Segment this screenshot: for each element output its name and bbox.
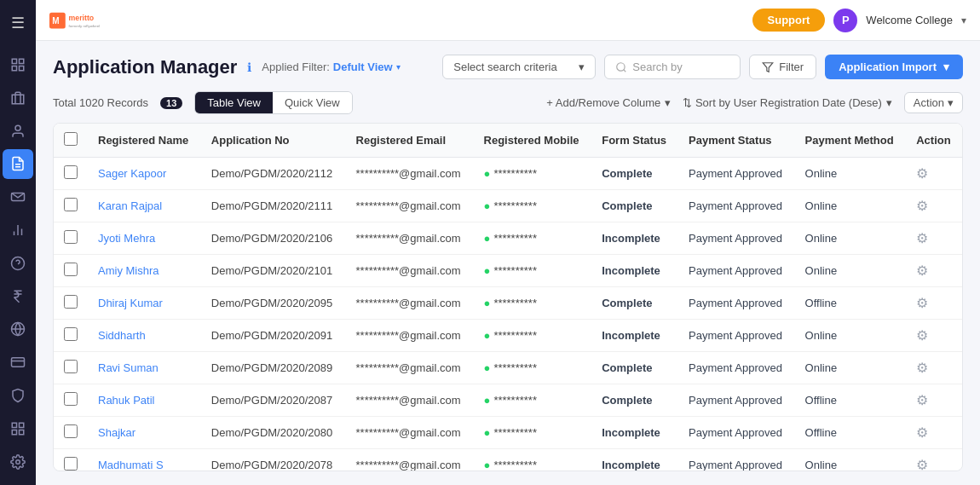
search-box[interactable]: Search by xyxy=(604,55,741,79)
add-col-chevron: ▾ xyxy=(665,96,671,109)
row-action-gear-4[interactable]: ⚙ xyxy=(916,296,928,310)
search-criteria-chevron: ▾ xyxy=(579,61,585,73)
row-checkbox-0[interactable] xyxy=(64,165,78,179)
row-email-0: **********@gmail.com xyxy=(346,158,474,190)
row-name-6[interactable]: Ravi Suman xyxy=(98,361,159,374)
row-mobile-8: ●********** xyxy=(474,417,592,449)
sort-button[interactable]: ⇅ Sort by User Registration Date (Dese) … xyxy=(683,96,892,109)
row-name-5[interactable]: Siddharth xyxy=(98,329,146,342)
action-button[interactable]: Action ▾ xyxy=(904,92,963,113)
row-checkbox-3[interactable] xyxy=(64,263,78,276)
support-button[interactable]: Support xyxy=(752,9,826,32)
row-payment-method-0: Online xyxy=(795,158,907,190)
row-app-no-8: Demo/PGDM/2020/2080 xyxy=(201,417,346,449)
row-email-5: **********@gmail.com xyxy=(346,320,474,352)
logo-svg: M meritto formerly nrflywheel xyxy=(49,9,135,32)
row-form-status-2: Incomplete xyxy=(591,222,678,255)
person-icon[interactable] xyxy=(3,116,33,146)
row-payment-status-0: Payment Approved xyxy=(678,158,795,190)
filter-btn-label: Filter xyxy=(779,61,804,73)
col-action: Action xyxy=(906,124,962,158)
row-checkbox-1[interactable] xyxy=(64,198,78,211)
row-action-gear-8[interactable]: ⚙ xyxy=(916,425,928,440)
row-checkbox-9[interactable] xyxy=(64,457,78,471)
row-mobile-1: ●********** xyxy=(474,190,592,222)
rupee-icon[interactable] xyxy=(3,281,33,311)
table-view-button[interactable]: Table View xyxy=(195,92,273,113)
building-icon[interactable] xyxy=(3,83,33,113)
row-form-status-9: Incomplete xyxy=(591,449,678,472)
settings-icon[interactable] xyxy=(3,447,33,476)
row-name-3[interactable]: Amiy Mishra xyxy=(98,264,159,277)
avatar: P xyxy=(833,9,857,32)
row-name-9[interactable]: Madhumati S xyxy=(98,459,164,471)
row-payment-status-9: Payment Approved xyxy=(678,449,795,472)
applied-filter-value[interactable]: Defult View xyxy=(333,61,393,73)
row-app-no-3: Demo/PGDM/2020/2101 xyxy=(201,255,346,287)
row-action-gear-6[interactable]: ⚙ xyxy=(916,361,928,375)
globe-icon[interactable] xyxy=(3,315,33,344)
row-payment-status-6: Payment Approved xyxy=(678,352,795,384)
import-chevron: ▾ xyxy=(943,61,949,73)
shield-icon[interactable] xyxy=(3,381,33,411)
grid-icon[interactable] xyxy=(3,413,33,443)
row-action-gear-2[interactable]: ⚙ xyxy=(916,231,928,245)
row-checkbox-5[interactable] xyxy=(64,327,78,341)
row-name-7[interactable]: Rahuk Patil xyxy=(98,394,154,407)
row-mobile-0: ●********** xyxy=(474,158,592,190)
row-checkbox-6[interactable] xyxy=(64,360,78,373)
row-action-gear-3[interactable]: ⚙ xyxy=(916,263,928,278)
row-checkbox-8[interactable] xyxy=(64,424,78,438)
svg-rect-18 xyxy=(12,423,16,427)
table-row: Siddharth Demo/PGDM/2020/2091 **********… xyxy=(54,320,962,352)
sort-chevron: ▾ xyxy=(886,96,892,109)
table-row: Sager Kapoor Demo/PGDM/2020/2112 *******… xyxy=(54,158,962,190)
svg-rect-20 xyxy=(12,430,16,434)
row-checkbox-7[interactable] xyxy=(64,392,78,406)
row-name-2[interactable]: Jyoti Mehra xyxy=(98,232,155,245)
search-criteria-dropdown[interactable]: Select search criteria ▾ xyxy=(442,55,596,79)
svg-rect-1 xyxy=(20,59,24,63)
megaphone-icon[interactable] xyxy=(3,182,33,212)
menu-icon[interactable]: ☰ xyxy=(3,9,33,38)
filter-chevron-icon[interactable]: ▾ xyxy=(396,62,401,72)
row-action-gear-5[interactable]: ⚙ xyxy=(916,328,928,343)
applied-filter-label: Applied Filter: xyxy=(262,61,329,73)
row-name-0[interactable]: Sager Kapoor xyxy=(98,167,166,180)
document-icon[interactable] xyxy=(3,149,33,179)
filter-icon xyxy=(762,61,774,73)
table-row: Madhumati S Demo/PGDM/2020/2078 ********… xyxy=(54,449,962,472)
row-app-no-5: Demo/PGDM/2020/2091 xyxy=(201,320,346,352)
row-name-4[interactable]: Dhiraj Kumar xyxy=(98,297,163,309)
help-icon[interactable] xyxy=(3,248,33,278)
row-action-gear-0[interactable]: ⚙ xyxy=(916,166,928,181)
quick-view-button[interactable]: Quick View xyxy=(273,92,352,113)
filter-button[interactable]: Filter xyxy=(749,55,816,79)
add-remove-column-button[interactable]: + Add/Remove Colume ▾ xyxy=(546,96,671,109)
svg-rect-4 xyxy=(12,95,24,104)
card-icon[interactable] xyxy=(3,348,33,378)
info-icon[interactable]: ℹ xyxy=(247,61,251,74)
svg-point-22 xyxy=(16,459,20,464)
row-payment-status-3: Payment Approved xyxy=(678,255,795,287)
dashboard-icon[interactable] xyxy=(3,50,33,80)
row-action-gear-7[interactable]: ⚙ xyxy=(916,393,928,407)
row-checkbox-2[interactable] xyxy=(64,230,78,244)
svg-rect-0 xyxy=(12,59,16,63)
select-all-checkbox[interactable] xyxy=(64,132,78,146)
row-name-8[interactable]: Shajkar xyxy=(98,426,135,439)
row-name-1[interactable]: Karan Rajpal xyxy=(98,199,162,212)
user-menu-chevron[interactable]: ▾ xyxy=(961,14,966,26)
row-mobile-7: ●********** xyxy=(474,384,592,417)
chart-icon[interactable] xyxy=(3,216,33,245)
col-form-status: Form Status xyxy=(591,124,678,158)
row-checkbox-4[interactable] xyxy=(64,295,78,309)
row-action-gear-9[interactable]: ⚙ xyxy=(916,458,928,471)
action-label: Action xyxy=(914,96,944,109)
application-import-button[interactable]: Application Import ▾ xyxy=(825,55,963,79)
svg-line-28 xyxy=(624,69,626,72)
row-action-gear-1[interactable]: ⚙ xyxy=(916,199,928,213)
row-email-9: **********@gmail.com xyxy=(346,449,474,472)
row-email-7: **********@gmail.com xyxy=(346,384,474,417)
search-icon xyxy=(615,61,627,73)
